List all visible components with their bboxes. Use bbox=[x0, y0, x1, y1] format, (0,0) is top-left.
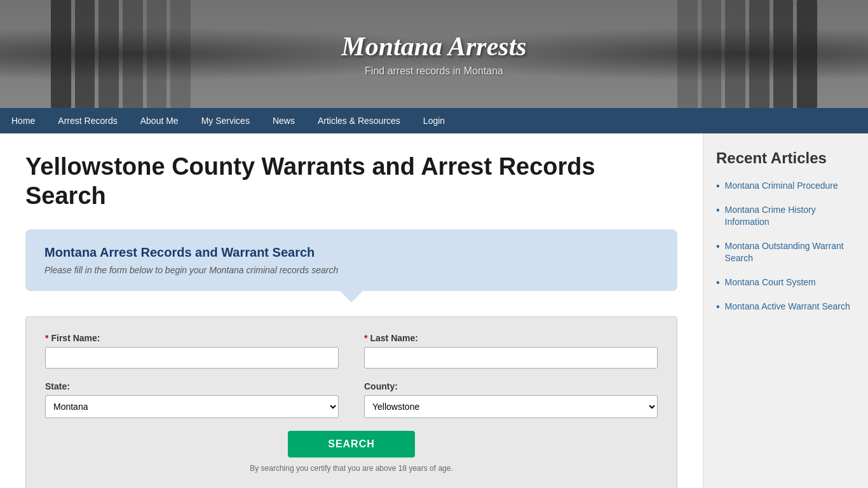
first-name-input[interactable] bbox=[45, 347, 339, 369]
sidebar: Recent Articles • Montana Criminal Proce… bbox=[703, 133, 868, 488]
sidebar-article-5[interactable]: Montana Active Warrant Search bbox=[725, 301, 850, 313]
main-container: Yellowstone County Warrants and Arrest R… bbox=[0, 133, 868, 488]
last-name-group: * Last Name: bbox=[364, 333, 658, 369]
sidebar-title: Recent Articles bbox=[716, 149, 855, 167]
last-name-label: * Last Name: bbox=[364, 333, 658, 343]
recent-articles-list: • Montana Criminal Procedure • Montana C… bbox=[716, 180, 855, 313]
first-name-label: * First Name: bbox=[45, 333, 339, 343]
list-item: • Montana Criminal Procedure bbox=[716, 180, 855, 193]
search-form-title: Montana Arrest Records and Warrant Searc… bbox=[44, 245, 658, 260]
location-row: State: Montana County: Yellowstone bbox=[45, 381, 658, 418]
bullet-icon: • bbox=[716, 241, 720, 252]
list-item: • Montana Outstanding Warrant Search bbox=[716, 240, 855, 265]
bullet-icon: • bbox=[716, 301, 720, 313]
page-title: Yellowstone County Warrants and Arrest R… bbox=[25, 152, 677, 210]
sidebar-article-4[interactable]: Montana Court System bbox=[725, 276, 816, 289]
last-name-required: * bbox=[364, 333, 367, 343]
search-form-subtitle: Please fill in the form below to begin y… bbox=[44, 265, 658, 275]
nav-item-articles-resources[interactable]: Articles & Resources bbox=[306, 108, 412, 133]
county-label: County: bbox=[364, 381, 658, 391]
main-navigation: Home Arrest Records About Me My Services… bbox=[0, 108, 868, 133]
header-bars-left bbox=[51, 0, 191, 108]
bullet-icon: • bbox=[716, 180, 720, 192]
county-select[interactable]: Yellowstone bbox=[364, 395, 658, 418]
search-form-header: Montana Arrest Records and Warrant Searc… bbox=[25, 229, 677, 291]
bullet-icon: • bbox=[716, 205, 720, 216]
sidebar-article-3[interactable]: Montana Outstanding Warrant Search bbox=[725, 240, 855, 265]
state-group: State: Montana bbox=[45, 381, 339, 418]
state-label: State: bbox=[45, 381, 339, 391]
name-row: * First Name: * Last Name: bbox=[45, 333, 658, 369]
header-bars-right bbox=[677, 0, 817, 108]
list-item: • Montana Crime History Information bbox=[716, 204, 855, 229]
list-item: • Montana Court System bbox=[716, 276, 855, 289]
state-select[interactable]: Montana bbox=[45, 395, 339, 418]
first-name-group: * First Name: bbox=[45, 333, 339, 369]
list-item: • Montana Active Warrant Search bbox=[716, 301, 855, 313]
nav-item-login[interactable]: Login bbox=[412, 108, 456, 133]
search-form-container: * First Name: * Last Name: State: bbox=[25, 316, 677, 488]
nav-item-home[interactable]: Home bbox=[0, 108, 46, 133]
site-title: Montana Arrests bbox=[341, 31, 526, 62]
nav-item-arrest-records[interactable]: Arrest Records bbox=[46, 108, 128, 133]
form-disclaimer: By searching you certify that you are ab… bbox=[45, 464, 658, 473]
first-name-required: * bbox=[45, 333, 48, 343]
nav-item-news[interactable]: News bbox=[261, 108, 306, 133]
main-content: Yellowstone County Warrants and Arrest R… bbox=[0, 133, 703, 488]
sidebar-article-1[interactable]: Montana Criminal Procedure bbox=[725, 180, 838, 193]
site-subtitle: Find arrest records in Montana bbox=[341, 65, 526, 77]
last-name-input[interactable] bbox=[364, 347, 658, 369]
header-text: Montana Arrests Find arrest records in M… bbox=[341, 31, 526, 77]
site-header: Montana Arrests Find arrest records in M… bbox=[0, 0, 868, 108]
county-group: County: Yellowstone bbox=[364, 381, 658, 418]
sidebar-article-2[interactable]: Montana Crime History Information bbox=[725, 204, 855, 229]
nav-item-about-me[interactable]: About Me bbox=[129, 108, 190, 133]
search-button[interactable]: SEARCH bbox=[288, 431, 415, 458]
bullet-icon: • bbox=[716, 277, 720, 288]
nav-item-my-services[interactable]: My Services bbox=[190, 108, 261, 133]
